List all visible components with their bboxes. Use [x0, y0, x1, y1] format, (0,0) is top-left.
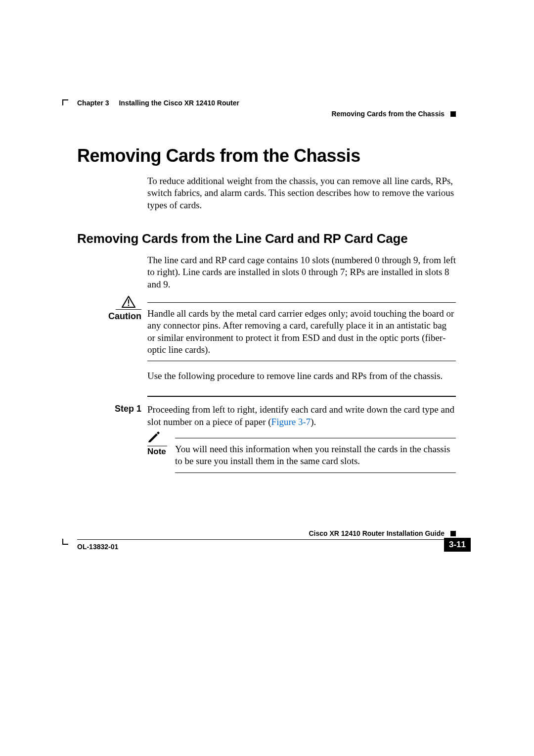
footer-guide-title: Cisco XR 12410 Router Installation Guide — [77, 529, 456, 537]
crop-mark-bottom-left — [62, 539, 68, 545]
note-text: You will need this information when you … — [175, 443, 456, 468]
note-block: Note You will need this information when… — [175, 438, 456, 473]
svg-point-1 — [128, 304, 130, 306]
paragraph: Use the following procedure to remove li… — [147, 370, 456, 382]
note-label: Note — [147, 447, 170, 457]
chapter-label: Chapter 3 — [77, 99, 109, 107]
running-header-section: Removing Cards from the Chassis — [77, 110, 456, 118]
caution-icon — [116, 295, 141, 310]
figure-xref-link[interactable]: Figure 3-7 — [271, 417, 311, 427]
caution-icon-wrap — [77, 295, 141, 312]
crop-mark-top-left — [62, 99, 68, 105]
intro-paragraph: To reduce additional weight from the cha… — [147, 175, 456, 211]
doc-number: OL-13832-01 — [77, 543, 118, 551]
note-icon — [147, 436, 160, 444]
section-title: Removing Cards from the Chassis — [331, 110, 445, 118]
caution-text: Handle all cards by the metal card carri… — [147, 308, 456, 356]
heading-1: Removing Cards from the Chassis — [77, 145, 456, 166]
caution-block: Caution Handle all cards by the metal ca… — [147, 302, 456, 361]
step-label: Step 1 — [77, 404, 141, 414]
chapter-title: Installing the Cisco XR 12410 Router — [119, 99, 239, 107]
step-text-after: ). — [311, 417, 316, 427]
paragraph: The line card and RP card cage contains … — [147, 254, 456, 290]
page-number: 3-11 — [444, 538, 471, 552]
procedure-rule — [147, 396, 456, 397]
step-1: Step 1 Proceeding from left to right, id… — [147, 404, 456, 472]
guide-title: Cisco XR 12410 Router Installation Guide — [309, 529, 445, 537]
running-header: Chapter 3 Installing the Cisco XR 12410 … — [77, 99, 456, 107]
step-text: Proceeding from left to right, identify … — [147, 404, 456, 428]
note-icon-wrap — [147, 431, 170, 446]
footer-marker-icon — [450, 531, 456, 536]
caution-label: Caution — [77, 311, 141, 322]
heading-2: Removing Cards from the Line Card and RP… — [77, 231, 456, 246]
header-marker-icon — [450, 111, 456, 117]
page-content: Chapter 3 Installing the Cisco XR 12410 … — [77, 99, 456, 473]
page-footer: Cisco XR 12410 Router Installation Guide… — [77, 529, 456, 555]
